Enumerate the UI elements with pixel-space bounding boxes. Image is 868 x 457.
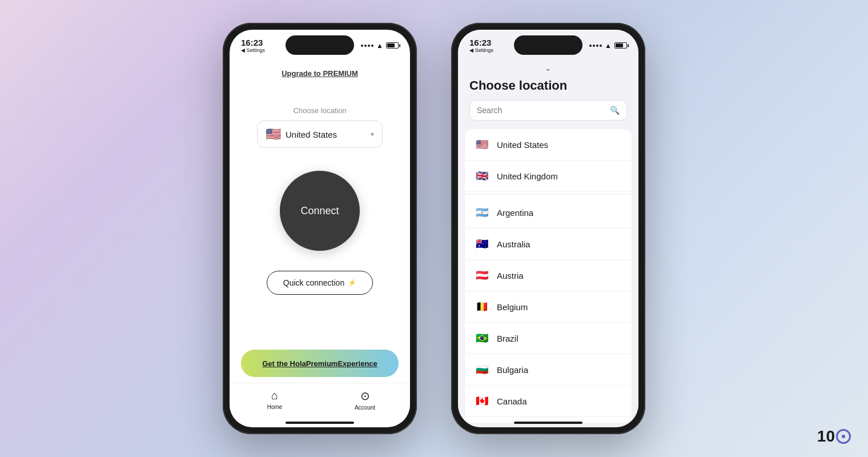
phones-container: 16:23 ◀ Settings ▲: [223, 23, 645, 434]
dot3-2: [596, 45, 598, 47]
battery-fill-1: [387, 43, 395, 47]
tab-account[interactable]: ⊙ Account: [320, 389, 410, 411]
flag-au: 🇦🇺: [474, 236, 490, 252]
watermark: 10: [817, 427, 851, 446]
choose-location-label: Choose location: [293, 106, 346, 115]
dot3: [368, 45, 370, 47]
status-left-2: 16:23 ◀ Settings: [469, 38, 493, 53]
location-list: 🇺🇸 United States 🇬🇧 United Kingdom 🇦🇷 Ar…: [465, 129, 632, 423]
watermark-dot: [842, 435, 845, 438]
chevron-down-icon-2: ⌄: [545, 63, 552, 73]
status-settings-1[interactable]: ◀ Settings: [241, 47, 265, 53]
location-name-br: Brazil: [497, 334, 519, 343]
location-name-ar: Argentina: [497, 208, 533, 218]
location-item-au[interactable]: 🇦🇺 Australia: [465, 228, 632, 260]
tab-home[interactable]: ⌂ Home: [230, 389, 320, 410]
selected-location-name: United States: [286, 130, 366, 139]
location-item-ca[interactable]: 🇨🇦 Canada: [465, 386, 632, 417]
phone2-screen: 16:23 ◀ Settings ▲: [458, 30, 638, 427]
location-name-au: Australia: [497, 239, 530, 249]
flag-ar: 🇦🇷: [474, 205, 490, 221]
upgrade-banner[interactable]: Upgrade to PREMIUM: [282, 69, 358, 78]
search-bar[interactable]: 🔍: [469, 100, 627, 121]
battery-icon-1: [386, 42, 399, 49]
flag-br: 🇧🇷: [474, 330, 490, 346]
account-icon: ⊙: [360, 389, 370, 403]
signal-dots-1: [361, 45, 373, 47]
location-item-br[interactable]: 🇧🇷 Brazil: [465, 323, 632, 354]
wifi-icon-2: ▲: [605, 42, 612, 50]
home-icon: ⌂: [271, 389, 278, 402]
flag-at: 🇦🇹: [474, 267, 490, 283]
status-left-1: 16:23 ◀ Settings: [241, 38, 265, 53]
phone1-screen: 16:23 ◀ Settings ▲: [230, 30, 410, 427]
flag-bg: 🇧🇬: [474, 362, 490, 378]
location-name-be: Belgium: [497, 302, 528, 312]
search-input[interactable]: [477, 106, 606, 115]
flag-be: 🇧🇪: [474, 299, 490, 315]
selected-flag: 🇺🇸: [266, 128, 281, 141]
dynamic-island-1: [286, 35, 354, 55]
collapse-button[interactable]: ⌄: [469, 63, 627, 73]
location-name-us: United States: [497, 140, 548, 150]
status-icons-2: ▲: [589, 42, 627, 50]
phone1-frame: 16:23 ◀ Settings ▲: [223, 23, 417, 434]
connect-label: Connect: [300, 205, 339, 217]
location-name-uk: United Kingdom: [497, 171, 558, 181]
watermark-circle: [836, 429, 851, 444]
phone2-content: ⌄ Choose location 🔍 🇺🇸 United States: [458, 58, 638, 423]
location-name-ca: Canada: [497, 396, 527, 406]
location-item-be[interactable]: 🇧🇪 Belgium: [465, 291, 632, 323]
location-item-at[interactable]: 🇦🇹 Austria: [465, 260, 632, 291]
location-name-at: Austria: [497, 271, 524, 280]
wifi-icon-1: ▲: [376, 42, 383, 50]
connect-button[interactable]: Connect: [280, 171, 360, 251]
choose-location-title: Choose location: [469, 78, 627, 93]
dot1-2: [589, 45, 592, 47]
location-selector[interactable]: 🇺🇸 United States ▾: [257, 121, 383, 148]
home-indicator-1: [230, 423, 410, 427]
battery-fill-2: [616, 43, 623, 47]
phone2-frame: 16:23 ◀ Settings ▲: [451, 23, 645, 434]
location-item-us[interactable]: 🇺🇸 United States: [465, 129, 632, 161]
location-item-ar[interactable]: 🇦🇷 Argentina: [465, 197, 632, 228]
status-time-1: 16:23: [241, 38, 263, 47]
status-settings-2[interactable]: ◀ Settings: [469, 47, 493, 53]
section-divider: [465, 194, 632, 195]
search-icon: 🔍: [610, 106, 620, 115]
flag-ca: 🇨🇦: [474, 393, 490, 409]
watermark-number: 10: [817, 427, 835, 446]
tab-account-label: Account: [355, 404, 375, 411]
premium-experience-banner[interactable]: Get the Hola Premium Experience: [241, 350, 399, 377]
dot2-2: [593, 45, 595, 47]
location-name-bg: Bulgaria: [497, 365, 528, 375]
flag-us: 🇺🇸: [474, 137, 490, 153]
quick-connect-button[interactable]: Quick connection ⚡: [267, 271, 373, 295]
flag-uk: 🇬🇧: [474, 168, 490, 184]
home-indicator-2: [458, 423, 638, 427]
location-item-uk[interactable]: 🇬🇧 United Kingdom: [465, 161, 632, 192]
signal-dots-2: [589, 45, 602, 47]
dot1: [361, 45, 363, 47]
dot2: [364, 45, 367, 47]
status-time-2: 16:23: [469, 38, 491, 47]
tab-bar: ⌂ Home ⊙ Account: [230, 383, 410, 423]
lightning-icon: ⚡: [348, 279, 356, 287]
quick-connect-label: Quick connection: [283, 278, 344, 287]
home-bar-2: [514, 422, 582, 424]
tab-home-label: Home: [267, 404, 283, 410]
status-icons-1: ▲: [361, 42, 399, 50]
home-bar-1: [286, 422, 354, 424]
dot4-2: [600, 45, 602, 47]
battery-icon-2: [614, 42, 627, 49]
dot4: [371, 45, 373, 47]
location-item-bg[interactable]: 🇧🇬 Bulgaria: [465, 354, 632, 386]
dynamic-island-2: [514, 35, 582, 55]
chevron-down-icon: ▾: [371, 130, 374, 138]
location-list-header: ⌄ Choose location 🔍: [458, 58, 638, 129]
phone1-content: Upgrade to PREMIUM Choose location 🇺🇸 Un…: [230, 58, 410, 383]
